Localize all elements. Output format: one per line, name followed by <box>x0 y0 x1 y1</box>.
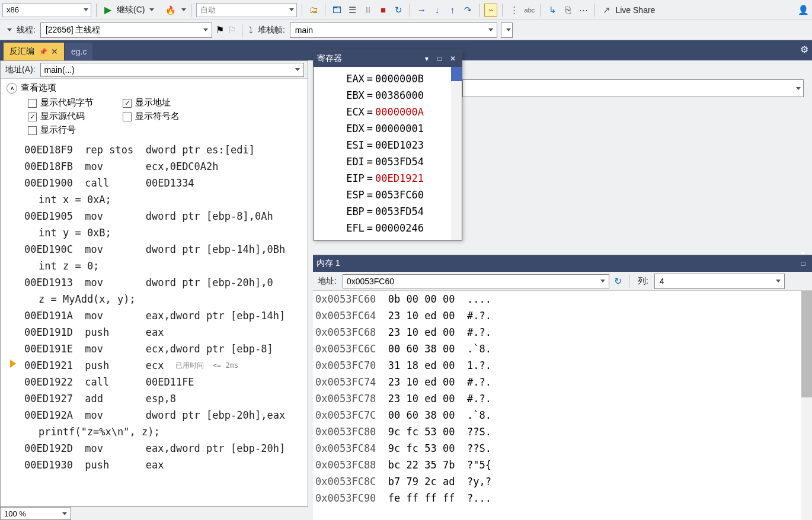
disasm-line[interactable]: 00ED192D mov eax,dword ptr [ebp-20h] <box>1 440 308 457</box>
indent-icon[interactable]: ⎘ <box>561 4 574 17</box>
register-row: ESI = 00ED1023 <box>316 137 459 153</box>
window-icon[interactable]: 🗔 <box>330 4 343 17</box>
memory-row[interactable]: 0x0053FC7C 00 60 38 00 .`8. <box>315 407 812 423</box>
tool-icon[interactable]: ↳ <box>546 4 559 17</box>
memory-row[interactable]: 0x0053FC74 23 10 ed 00 #.?. <box>315 374 812 390</box>
memory-body[interactable]: 0x0053FC60 0b 00 00 00 ....0x0053FC64 23… <box>313 291 812 520</box>
chevron-down-icon[interactable] <box>7 28 12 31</box>
registers-title-bar[interactable]: 寄存器 ▾ □ ✕ <box>314 50 462 67</box>
memory-title-bar[interactable]: 内存 1 ▾ □ ✕ <box>313 255 812 272</box>
close-icon[interactable]: ✕ <box>51 47 58 56</box>
share-icon[interactable]: ↗ <box>600 4 613 17</box>
dropdown-icon[interactable]: ▾ <box>798 248 808 258</box>
disasm-line[interactable]: z = MyAdd(x, y); <box>1 291 308 307</box>
user-icon[interactable]: 👤 <box>797 4 810 17</box>
play-icon[interactable]: ▶ <box>101 4 114 17</box>
register-row: EBX = 00386000 <box>316 87 459 104</box>
memory-addr-input[interactable]: 0x0053FC60 <box>343 274 609 288</box>
stack-icon[interactable]: ⤵ <box>248 25 253 35</box>
zoom-selector[interactable]: 100 % <box>0 507 71 520</box>
scrollbar[interactable] <box>801 291 812 520</box>
registers-body: EAX = 0000000BEBX = 00386000ECX = 000000… <box>314 67 462 240</box>
memory-row[interactable]: 0x0053FC68 23 10 ed 00 #.?. <box>315 324 812 341</box>
memory-row[interactable]: 0x0053FC88 bc 22 35 7b ?"5{ <box>315 457 812 473</box>
opt-symbol[interactable]: 显示符号名 <box>123 111 218 122</box>
opt-source[interactable]: 显示源代码 <box>28 111 123 122</box>
tab-disassembly[interactable]: 反汇编 📌 ✕ <box>4 43 64 60</box>
disasm-line[interactable]: 00ED192A mov dword ptr [ebp-20h],eax <box>1 407 308 423</box>
stop-icon[interactable]: ■ <box>376 4 389 17</box>
thread-selector[interactable]: [22656] 主线程 <box>40 23 212 38</box>
hot-reload-icon[interactable]: 🔥 <box>164 4 177 17</box>
step-out-icon[interactable]: ↑ <box>446 4 459 17</box>
memory-panel: 内存 1 ▾ □ ✕ 地址: 0x0053FC60 ↻ 列: 4 0x0053F… <box>313 255 812 520</box>
abc-icon[interactable]: abc <box>523 4 536 17</box>
gear-icon[interactable]: ⚙ <box>800 44 808 55</box>
disasm-line[interactable]: int y = 0xB; <box>1 224 308 241</box>
continue-button[interactable]: 继续(C) <box>117 5 145 15</box>
mode-selector[interactable]: 自动 <box>196 3 297 17</box>
chevron-down-icon[interactable] <box>181 8 186 11</box>
flag-outline-icon[interactable]: ⚐ <box>228 24 236 36</box>
disasm-line[interactable]: 00ED1930 push eax <box>1 457 308 473</box>
step-into-icon[interactable]: ↓ <box>430 4 443 17</box>
disasm-line[interactable]: 00ED1922 call 00ED11FE <box>1 374 308 390</box>
disasm-line[interactable]: 00ED1927 add esp,8 <box>1 390 308 407</box>
maximize-icon[interactable]: □ <box>434 53 445 64</box>
address-input[interactable]: main(...) <box>40 63 304 77</box>
highlight-icon[interactable]: ⌁ <box>484 4 497 17</box>
dropdown-icon[interactable]: ▾ <box>421 53 432 64</box>
stack-selector[interactable]: main <box>290 23 497 38</box>
disasm-line[interactable]: 00ED190C mov dword ptr [ebp-14h],0Bh <box>1 241 308 258</box>
disasm-line[interactable]: 00ED18FB mov ecx,0EDC0A2h <box>1 158 308 175</box>
arch-selector[interactable]: x86 <box>2 3 91 17</box>
disasm-line[interactable]: int x = 0xA; <box>1 191 308 208</box>
opt-code-bytes[interactable]: 显示代码字节 <box>28 97 123 108</box>
live-share-button[interactable]: Live Share <box>615 5 655 15</box>
chevron-down-icon[interactable] <box>149 8 154 11</box>
flag-icon[interactable]: ⚑ <box>216 24 224 36</box>
disasm-line[interactable]: int z = 0; <box>1 258 308 274</box>
right-address-dropdown[interactable] <box>462 79 804 97</box>
memory-row[interactable]: 0x0053FC60 0b 00 00 00 .... <box>315 291 812 307</box>
register-row: ECX = 0000000A <box>316 104 459 120</box>
opt-address[interactable]: 显示地址 <box>123 97 218 108</box>
refresh-icon[interactable]: ↻ <box>614 275 622 287</box>
step-icon[interactable]: ↷ <box>461 4 474 17</box>
disasm-line[interactable]: 00ED1913 mov dword ptr [ebp-20h],0 <box>1 274 308 291</box>
memory-row[interactable]: 0x0053FC70 31 18 ed 00 1.?. <box>315 357 812 374</box>
disasm-line[interactable]: 00ED191E mov ecx,dword ptr [ebp-8] <box>1 341 308 357</box>
disasm-body[interactable]: 00ED18F9 rep stos dword ptr es:[edi]00ED… <box>1 142 308 506</box>
disasm-line[interactable]: 00ED191A mov eax,dword ptr [ebp-14h] <box>1 307 308 324</box>
collapse-icon[interactable]: ∧ <box>7 83 17 94</box>
memory-row[interactable]: 0x0053FC64 23 10 ed 00 #.?. <box>315 307 812 324</box>
memory-cols-selector[interactable]: 4 <box>654 274 785 289</box>
scrollbar[interactable] <box>451 67 462 240</box>
disasm-line[interactable]: 00ED1905 mov dword ptr [ebp-8],0Ah <box>1 208 308 224</box>
memory-row[interactable]: 0x0053FC84 9c fc 53 00 ??S. <box>315 440 812 457</box>
memory-row[interactable]: 0x0053FC80 9c fc 53 00 ??S. <box>315 423 812 440</box>
pin-icon[interactable]: 📌 <box>39 48 47 56</box>
pause-icon[interactable]: ⏸ <box>361 4 374 17</box>
memory-row[interactable]: 0x0053FC90 fe ff ff ff ?... <box>315 490 812 506</box>
disasm-line[interactable]: printf("z=%x\n", z); <box>1 423 308 440</box>
disasm-line[interactable]: 00ED1921 push ecx已用时间 <= 2ms <box>1 357 308 374</box>
list-icon[interactable]: ☰ <box>346 4 359 17</box>
disasm-line[interactable]: 00ED191D push eax <box>1 324 308 341</box>
misc-icon[interactable]: ⋯ <box>577 4 590 17</box>
stack-extra-dropdown[interactable] <box>501 23 513 38</box>
dots-icon[interactable]: ⋮ <box>507 4 520 17</box>
disasm-line[interactable]: 00ED18F9 rep stos dword ptr es:[edi] <box>1 142 308 158</box>
folder-icon[interactable]: 🗂 <box>307 4 320 17</box>
restart-icon[interactable]: ↻ <box>392 4 405 17</box>
opt-lineno[interactable]: 显示行号 <box>28 124 123 136</box>
separator <box>96 4 97 17</box>
memory-row[interactable]: 0x0053FC8C b7 79 2c ad ?y,? <box>315 473 812 490</box>
step-over-icon[interactable]: → <box>415 4 428 17</box>
disasm-line[interactable]: 00ED1900 call 00ED1334 <box>1 175 308 191</box>
tab-source[interactable]: eg.c <box>65 43 92 60</box>
close-icon[interactable]: ✕ <box>447 53 458 64</box>
memory-row[interactable]: 0x0053FC6C 00 60 38 00 .`8. <box>315 341 812 357</box>
maximize-icon[interactable]: □ <box>798 258 808 269</box>
memory-row[interactable]: 0x0053FC78 23 10 ed 00 #.?. <box>315 390 812 407</box>
